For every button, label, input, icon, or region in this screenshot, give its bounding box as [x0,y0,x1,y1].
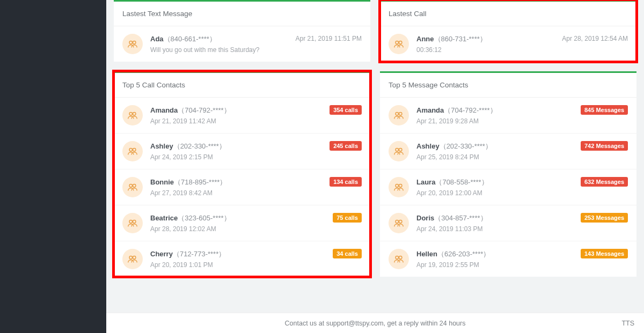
svg-point-17 [399,149,402,152]
count-badge: 253 Messages [581,213,628,223]
entry-sub: Apr 21, 2019 9:28 AM [416,117,581,125]
people-icon [122,177,143,197]
people-icon [389,141,409,161]
people-icon [122,141,143,161]
svg-point-9 [133,184,136,188]
count-badge: 134 calls [330,177,362,187]
contact-name: Ada [150,35,164,43]
entry-sub: Apr 21, 2019 11:42 AM [150,117,330,125]
svg-point-21 [399,220,402,224]
people-icon [389,34,409,54]
call-contact-row[interactable]: Amanda（704-792-****）Apr 21, 2019 11:42 A… [114,98,370,134]
svg-point-23 [399,256,402,260]
contact-phone: （202-330-****） [173,142,226,150]
card-title: Top 5 Message Contacts [380,73,636,98]
count-badge: 845 Messages [581,105,628,115]
contact-phone: （718-895-****） [174,178,226,186]
call-contact-row[interactable]: Beatrice（323-605-****）Apr 28, 2019 12:02… [114,205,370,241]
people-icon [122,213,143,233]
people-icon [389,213,409,233]
people-icon [389,105,409,125]
contact-phone: （860-731-****） [434,35,487,43]
latest-call-entry[interactable]: Anne（860-731-****） 00:36:12 Apr 28, 2019… [380,26,636,62]
svg-point-13 [133,256,136,260]
svg-point-15 [399,113,402,116]
entry-sub: 00:36:12 [416,46,557,54]
contact-name: Ashley [416,142,440,150]
svg-point-10 [129,220,133,224]
message-contact-row[interactable]: Doris（304-857-****）Apr 24, 2019 11:03 PM… [380,205,636,241]
call-contact-row[interactable]: Ashley（202-330-****）Apr 24, 2019 2:15 PM… [114,134,370,169]
contact-phone: （323-605-****） [178,214,230,222]
card-title: Top 5 Call Contacts [114,73,370,98]
entry-body: Ashley（202-330-****）Apr 25, 2019 8:24 PM [416,142,581,161]
call-contact-row[interactable]: Cherry（712-773-****）Apr 20, 2019 1:01 PM… [114,241,370,277]
contact-name: Laura [416,178,435,186]
contact-phone: （304-857-****） [434,214,487,222]
contact-name: Beatrice [150,214,178,222]
entry-sub: Apr 25, 2019 8:24 PM [416,153,581,161]
contact-phone: （704-792-****） [444,106,496,114]
people-icon [122,34,143,54]
entry-sub: Apr 27, 2019 8:42 AM [150,189,330,197]
sidebar [0,0,106,333]
entry-sub: Apr 19, 2019 2:55 PM [416,261,581,269]
svg-point-16 [396,149,399,152]
contact-phone: （840-661-****） [164,35,216,43]
svg-point-5 [133,113,136,116]
contact-name: Amanda [150,106,178,114]
latest-text-entry[interactable]: Ada（840-661-****） Will you go out with m… [114,26,370,62]
entry-sub: Apr 20, 2019 1:01 PM [150,261,333,269]
footer: Contact us at support@ttspy.com, get a r… [106,313,644,333]
count-badge: 245 calls [330,141,362,151]
entry-body: Laura（708-558-****）Apr 20, 2019 12:00 AM [416,177,581,197]
message-contact-row[interactable]: Amanda（704-792-****）Apr 21, 2019 9:28 AM… [380,98,636,134]
svg-point-3 [399,41,402,45]
contact-name: Amanda [416,106,444,114]
count-badge: 742 Messages [581,141,628,151]
entry-sub: Apr 20, 2019 12:00 AM [416,189,581,197]
contact-name: Anne [416,35,434,43]
entry-timestamp: Apr 28, 2019 12:54 AM [562,34,628,42]
svg-point-0 [129,41,133,45]
contact-name: Cherry [150,250,173,258]
entry-timestamp: Apr 21, 2019 11:51 PM [296,34,362,42]
entry-body: Doris（304-857-****）Apr 24, 2019 11:03 PM [416,213,581,233]
entry-body: Beatrice（323-605-****）Apr 28, 2019 12:02… [150,213,333,233]
entry-body: Bonnie（718-895-****）Apr 27, 2019 8:42 AM [150,177,330,197]
svg-point-6 [129,149,133,152]
footer-text: Contact us at support@ttspy.com, get a r… [285,320,466,327]
count-badge: 143 Messages [581,249,628,258]
svg-point-19 [399,184,402,188]
entry-body: Amanda（704-792-****）Apr 21, 2019 9:28 AM [416,106,581,125]
count-badge: 75 calls [333,213,362,223]
people-icon [389,249,409,269]
entry-sub: Apr 24, 2019 2:15 PM [150,153,330,161]
svg-point-22 [396,256,399,260]
card-title: Lastest Call [380,2,636,26]
entry-sub: Apr 24, 2019 11:03 PM [416,225,581,233]
entry-body: Ada（840-661-****） Will you go out with m… [150,34,290,54]
call-contact-row[interactable]: Bonnie（718-895-****）Apr 27, 2019 8:42 AM… [114,169,370,205]
main-content: Lastest Text Message Ada（840-661-****） W… [106,0,644,313]
contact-phone: （708-558-****） [435,178,488,186]
contact-phone: （712-773-****） [173,250,225,258]
svg-point-18 [396,184,399,188]
svg-point-8 [129,184,133,188]
contact-phone: （704-792-****） [178,106,230,114]
latest-text-card: Lastest Text Message Ada（840-661-****） W… [114,0,370,62]
people-icon [389,177,409,197]
message-contact-row[interactable]: Hellen（626-203-****）Apr 19, 2019 2:55 PM… [380,241,636,277]
card-title: Lastest Text Message [114,2,370,26]
count-badge: 354 calls [330,105,362,115]
people-icon [122,105,143,125]
latest-call-card: Lastest Call Anne（860-731-****） 00:36:12… [380,0,636,62]
svg-point-12 [129,256,133,260]
svg-point-1 [133,41,136,45]
message-contact-row[interactable]: Laura（708-558-****）Apr 20, 2019 12:00 AM… [380,169,636,205]
entry-body: Anne（860-731-****） 00:36:12 [416,34,557,54]
message-contact-row[interactable]: Ashley（202-330-****）Apr 25, 2019 8:24 PM… [380,134,636,169]
people-icon [122,249,143,269]
entry-sub: Will you go out with me this Saturday? [150,46,290,54]
entry-body: Amanda（704-792-****）Apr 21, 2019 11:42 A… [150,106,330,125]
